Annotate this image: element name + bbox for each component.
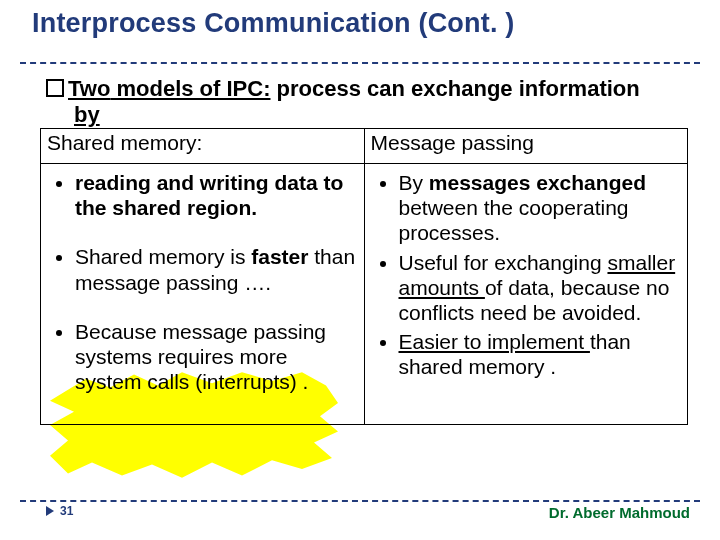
col-header-left: Shared memory: (41, 129, 365, 164)
divider-top (20, 62, 700, 64)
divider-bottom (20, 500, 700, 502)
left-cell: reading and writing data to the shared r… (41, 164, 365, 425)
right-b3a: Easier to implement (399, 330, 590, 353)
left-b2a: Shared memory is (75, 245, 251, 268)
right-bullet-3: Easier to implement than shared memory . (399, 329, 682, 379)
triangle-icon (46, 506, 54, 516)
left-bullets: reading and writing data to the shared r… (47, 170, 358, 394)
intro-line-1: Two models of IPC: process can exchange … (46, 76, 640, 102)
right-bullet-2: Useful for exchanging smaller amounts of… (399, 250, 682, 326)
intro-by: by (74, 102, 100, 128)
left-bullet-2: Shared memory is faster than message pas… (75, 244, 358, 294)
page-number: 31 (60, 504, 73, 518)
left-bullet-3: Because message passing systems requires… (75, 319, 358, 395)
slide-title: Interprocess Communication (Cont. ) (32, 8, 515, 39)
slide: Interprocess Communication (Cont. ) Two … (0, 0, 720, 540)
right-b2a: Useful for exchanging (399, 251, 608, 274)
right-b1b: messages exchanged (429, 171, 646, 194)
right-bullet-1: By messages exchanged between the cooper… (399, 170, 682, 246)
intro-two: Two (68, 76, 110, 101)
right-bullets: By messages exchanged between the cooper… (371, 170, 682, 380)
right-b1a: By (399, 171, 429, 194)
footer-author: Dr. Abeer Mahmoud (549, 504, 690, 521)
left-bullet-1: reading and writing data to the shared r… (75, 170, 358, 220)
intro-models: models of IPC: (110, 76, 270, 101)
col-header-right: Message passing (364, 129, 688, 164)
left-b3: Because message passing systems requires… (75, 320, 326, 393)
left-b1-text: reading and writing data to the shared r… (75, 171, 343, 219)
intro-rest: process can exchange information (270, 76, 639, 101)
right-cell: By messages exchanged between the cooper… (364, 164, 688, 425)
ipc-table: Shared memory: Message passing reading a… (40, 128, 688, 425)
right-b1c: between the cooperating processes. (399, 196, 629, 244)
left-b2b: faster (251, 245, 308, 268)
checkbox-icon (46, 79, 64, 97)
footer-page: 31 (46, 504, 73, 518)
